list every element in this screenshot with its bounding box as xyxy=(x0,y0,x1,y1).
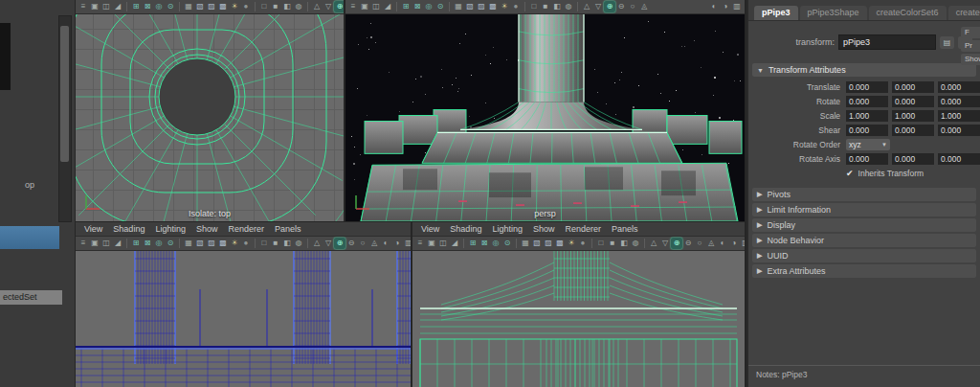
xray-icon[interactable]: ⊖ xyxy=(615,1,627,12)
snap-grid-icon[interactable]: ⊞ xyxy=(130,1,142,12)
xray-icon[interactable]: ⊖ xyxy=(682,238,694,249)
ao-icon[interactable]: ○ xyxy=(694,238,705,249)
multisample-icon[interactable]: ◬ xyxy=(638,1,650,12)
textured-mode-icon[interactable]: ▩ xyxy=(217,1,229,12)
snap-curve-icon[interactable]: ⊠ xyxy=(412,1,423,12)
view-transform-icon[interactable]: ▥ xyxy=(740,238,745,249)
shadows-icon[interactable]: ● xyxy=(240,238,252,249)
attr-value-field[interactable]: 0.000 xyxy=(938,81,980,93)
section-node-behavior[interactable]: ▶Node Behavior xyxy=(752,234,976,247)
attr-value-field[interactable]: 0.000 xyxy=(892,96,934,107)
viewport-persp-view[interactable]: persp xyxy=(345,14,745,221)
snap-point-icon[interactable]: ◎ xyxy=(423,1,434,12)
attr-value-field[interactable]: 0.000 xyxy=(846,125,888,136)
snap-point-icon[interactable]: ◎ xyxy=(153,1,165,12)
smooth-shade-icon[interactable]: ▨ xyxy=(206,238,217,249)
multisample-icon[interactable]: ◬ xyxy=(368,238,380,249)
resolution-gate-icon[interactable]: ■ xyxy=(607,238,618,249)
grid-display-icon[interactable]: ▦ xyxy=(183,1,194,12)
resolution-gate-icon[interactable]: ■ xyxy=(540,1,551,12)
lighting-icon[interactable]: ☀ xyxy=(229,238,240,249)
view-transform-icon[interactable]: ▥ xyxy=(731,1,743,12)
exposure-icon[interactable]: ◐ xyxy=(380,238,391,249)
section-display[interactable]: ▶Display xyxy=(752,218,976,232)
resolution-gate-icon[interactable]: ■ xyxy=(270,1,281,12)
wireframe-mode-icon[interactable]: ▧ xyxy=(531,238,543,249)
viewport-menu-shading[interactable]: Shading xyxy=(113,224,145,234)
safe-action-icon[interactable]: △ xyxy=(311,238,323,249)
snap-magnet-icon[interactable]: ⊙ xyxy=(501,238,513,249)
safe-title-icon[interactable]: ▽ xyxy=(659,238,671,249)
ae-side-button-pr[interactable]: Pr xyxy=(961,40,980,52)
lighting-icon[interactable]: ☀ xyxy=(229,1,240,12)
attr-list-icon[interactable]: ▤ xyxy=(940,36,954,49)
wireframe-mode-icon[interactable]: ▧ xyxy=(464,1,476,12)
viewport-menu-view[interactable]: View xyxy=(84,224,102,234)
camera-select-icon[interactable]: ▣ xyxy=(359,1,370,12)
gamma-icon[interactable]: ◑ xyxy=(391,238,403,249)
viewport-front-view[interactable] xyxy=(76,251,411,387)
film-gate-icon[interactable]: □ xyxy=(595,238,607,249)
gamma-icon[interactable]: ◑ xyxy=(720,1,731,12)
viewport-menu-renderer[interactable]: Renderer xyxy=(565,224,601,234)
lighting-icon[interactable]: ☀ xyxy=(566,238,577,249)
field-chart-icon[interactable]: ◍ xyxy=(563,1,574,12)
grid-display-icon[interactable]: ▦ xyxy=(453,1,464,12)
grease-pencil-icon[interactable]: ◢ xyxy=(449,238,460,249)
ao-icon[interactable]: ○ xyxy=(627,1,638,12)
multisample-icon[interactable]: ◬ xyxy=(705,238,717,249)
safe-title-icon[interactable]: ▽ xyxy=(323,1,334,12)
attr-value-field[interactable]: 0.000 xyxy=(892,81,934,93)
isolate-select-icon[interactable]: ⊕ xyxy=(671,238,682,249)
ae-tab-createcolorset6[interactable]: createColorSet6 xyxy=(869,6,947,20)
attr-value-field[interactable]: 0.000 xyxy=(846,153,888,165)
attr-value-field[interactable]: 0.000 xyxy=(846,81,888,93)
camera-select-icon[interactable]: ▣ xyxy=(89,238,100,249)
outliner-selected-row[interactable] xyxy=(0,226,59,249)
attr-value-field[interactable]: 0.000 xyxy=(892,153,934,165)
safe-title-icon[interactable]: ▽ xyxy=(592,1,604,12)
viewport-menu-show[interactable]: Show xyxy=(196,224,218,234)
viewport-side-view[interactable] xyxy=(412,251,745,387)
section-transform-attributes[interactable]: ▼ Transform Attributes xyxy=(752,63,976,77)
section-limit-information[interactable]: ▶Limit Information xyxy=(752,203,976,216)
section-extra-attributes[interactable]: ▶Extra Attributes xyxy=(752,264,976,278)
isolate-select-icon[interactable]: ⊕ xyxy=(334,1,344,12)
view-transform-icon[interactable]: ▥ xyxy=(403,238,411,249)
grid-display-icon[interactable]: ▦ xyxy=(520,238,531,249)
safe-title-icon[interactable]: ▽ xyxy=(323,238,334,249)
ae-side-button-show[interactable]: Show xyxy=(961,54,980,65)
safe-action-icon[interactable]: △ xyxy=(648,238,659,249)
gamma-icon[interactable]: ◑ xyxy=(728,238,740,249)
exposure-icon[interactable]: ◐ xyxy=(717,238,728,249)
snap-curve-icon[interactable]: ⊠ xyxy=(479,238,490,249)
exposure-icon[interactable]: ◐ xyxy=(708,1,720,12)
lighting-icon[interactable]: ☀ xyxy=(499,1,510,12)
attr-value-field[interactable]: 1.000 xyxy=(846,110,888,122)
camera-lock-icon[interactable]: ◫ xyxy=(100,238,112,249)
viewport-menu-lighting[interactable]: Lighting xyxy=(155,224,186,234)
section-pivots[interactable]: ▶Pivots xyxy=(752,188,976,201)
camera-select-icon[interactable]: ▣ xyxy=(426,238,437,249)
field-chart-icon[interactable]: ◍ xyxy=(293,238,304,249)
camera-select-icon[interactable]: ▣ xyxy=(89,1,100,12)
textured-mode-icon[interactable]: ▩ xyxy=(554,238,566,249)
field-chart-icon[interactable]: ◍ xyxy=(630,238,641,249)
snap-magnet-icon[interactable]: ⊙ xyxy=(165,1,176,12)
transform-name-field[interactable]: pPipe3 xyxy=(838,34,936,50)
grid-display-icon[interactable]: ▦ xyxy=(183,238,194,249)
snap-curve-icon[interactable]: ⊠ xyxy=(142,238,153,249)
viewport-menu-lighting[interactable]: Lighting xyxy=(492,224,523,234)
textured-mode-icon[interactable]: ▩ xyxy=(487,1,499,12)
outliner-item-selectedset[interactable]: ectedSet xyxy=(0,290,62,305)
ae-tab-ppipe3shape[interactable]: pPipe3Shape xyxy=(800,6,867,20)
shadows-icon[interactable]: ● xyxy=(240,1,252,12)
viewport-menu-shading[interactable]: Shading xyxy=(450,224,481,234)
wireframe-mode-icon[interactable]: ▧ xyxy=(194,1,206,12)
inherits-transform-checkbox[interactable]: ✔ xyxy=(846,169,854,178)
resolution-gate-icon[interactable]: ■ xyxy=(270,238,281,249)
viewport-menu-show[interactable]: Show xyxy=(533,224,555,234)
ae-side-button-f[interactable]: F xyxy=(961,27,980,38)
panel-grip-icon[interactable]: ≡ xyxy=(347,1,359,12)
shadows-icon[interactable]: ● xyxy=(510,1,522,12)
